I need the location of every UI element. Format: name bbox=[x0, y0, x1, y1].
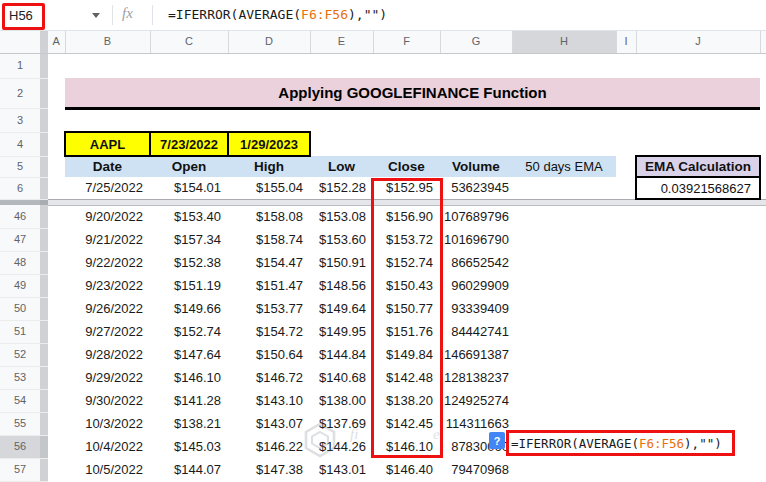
cell[interactable] bbox=[512, 108, 616, 132]
header-high[interactable]: High bbox=[228, 156, 310, 177]
cell-formula-editor[interactable]: =IFERROR(AVERAGE(F6:F56),"") bbox=[506, 430, 735, 456]
cell-date[interactable]: 10/5/2022 bbox=[65, 458, 150, 481]
cell-low[interactable]: $153.60 bbox=[310, 228, 373, 251]
cell[interactable] bbox=[512, 389, 616, 412]
cell-date[interactable]: 10/3/2022 bbox=[65, 412, 150, 435]
cell-high[interactable]: $154.47 bbox=[228, 251, 310, 274]
cell[interactable] bbox=[616, 274, 636, 297]
cell[interactable] bbox=[440, 132, 512, 156]
cell-low[interactable]: $150.91 bbox=[310, 251, 373, 274]
row-number[interactable]: 2 bbox=[0, 78, 48, 108]
cell-high[interactable]: $153.77 bbox=[228, 297, 310, 320]
column-header-c[interactable]: C bbox=[150, 31, 228, 53]
cell-volume[interactable]: 93339409 bbox=[440, 297, 512, 320]
page-title[interactable]: Applying GOOGLEFINANCE Function bbox=[65, 78, 760, 108]
cell[interactable] bbox=[150, 53, 228, 78]
cell[interactable] bbox=[512, 177, 616, 199]
cell-low[interactable]: $149.95 bbox=[310, 320, 373, 343]
cell[interactable] bbox=[512, 205, 616, 228]
cell[interactable] bbox=[310, 53, 373, 78]
cell-high[interactable]: $151.47 bbox=[228, 274, 310, 297]
cell-date[interactable]: 9/22/2022 bbox=[65, 251, 150, 274]
cell-date[interactable]: 9/27/2022 bbox=[65, 320, 150, 343]
cell-close[interactable]: $142.45 bbox=[373, 412, 440, 435]
cell-low[interactable]: $144.26 bbox=[310, 435, 373, 458]
cell[interactable] bbox=[48, 366, 65, 389]
cell-close[interactable]: $146.10 bbox=[373, 435, 440, 458]
cell[interactable] bbox=[512, 228, 616, 251]
row-number[interactable]: 1 bbox=[0, 53, 48, 78]
cell-volume[interactable]: 79470968 bbox=[440, 458, 512, 481]
cell[interactable] bbox=[616, 320, 636, 343]
cell-close[interactable]: $150.43 bbox=[373, 274, 440, 297]
cell[interactable] bbox=[373, 132, 440, 156]
header-date[interactable]: Date bbox=[65, 156, 150, 177]
cell[interactable] bbox=[636, 108, 760, 132]
cell[interactable] bbox=[440, 53, 512, 78]
cell-volume[interactable]: 53623945 bbox=[440, 177, 512, 199]
cell[interactable] bbox=[616, 366, 636, 389]
cell[interactable] bbox=[48, 274, 65, 297]
cell[interactable] bbox=[512, 320, 616, 343]
cell[interactable] bbox=[616, 228, 636, 251]
row-number[interactable]: 51 bbox=[0, 320, 48, 343]
header-close[interactable]: Close bbox=[373, 156, 440, 177]
row-number[interactable]: 57 bbox=[0, 458, 48, 481]
column-header-a[interactable]: A bbox=[48, 31, 65, 53]
formula-input[interactable]: =IFERROR(AVERAGE(F6:F56),"") bbox=[168, 7, 387, 22]
ticker-symbol-cell[interactable]: AAPL bbox=[65, 132, 150, 156]
row-number[interactable]: 4 bbox=[0, 132, 48, 156]
cell[interactable] bbox=[310, 132, 373, 156]
row-number[interactable]: 54 bbox=[0, 389, 48, 412]
header-low[interactable]: Low bbox=[310, 156, 373, 177]
cell[interactable] bbox=[616, 156, 636, 177]
cell[interactable] bbox=[636, 205, 760, 228]
row-number[interactable]: 48 bbox=[0, 251, 48, 274]
cell[interactable] bbox=[228, 108, 310, 132]
cell-open[interactable]: $152.38 bbox=[150, 251, 228, 274]
cell[interactable] bbox=[636, 132, 760, 156]
cell[interactable] bbox=[616, 108, 636, 132]
cell-high[interactable]: $146.72 bbox=[228, 366, 310, 389]
header-volume[interactable]: Volume bbox=[440, 156, 512, 177]
row-number[interactable]: 50 bbox=[0, 297, 48, 320]
row-number[interactable]: 5 bbox=[0, 156, 48, 177]
cell[interactable] bbox=[48, 251, 65, 274]
cell[interactable] bbox=[48, 320, 65, 343]
cell-close[interactable]: $152.95 bbox=[373, 177, 440, 199]
cell-high[interactable]: $154.72 bbox=[228, 320, 310, 343]
cell-open[interactable]: $152.74 bbox=[150, 320, 228, 343]
cell-high[interactable]: $143.07 bbox=[228, 412, 310, 435]
formula-help-icon[interactable]: ? bbox=[489, 432, 505, 449]
cell-low[interactable]: $148.56 bbox=[310, 274, 373, 297]
cell[interactable] bbox=[512, 458, 616, 481]
cell-close[interactable]: $146.40 bbox=[373, 458, 440, 481]
end-date-cell[interactable]: 1/29/2023 bbox=[228, 132, 310, 156]
cell[interactable] bbox=[616, 458, 636, 481]
cell-open[interactable]: $138.21 bbox=[150, 412, 228, 435]
cell[interactable] bbox=[512, 274, 616, 297]
column-header-g[interactable]: G bbox=[440, 31, 512, 53]
cell-high[interactable]: $155.04 bbox=[228, 177, 310, 199]
cell[interactable] bbox=[48, 78, 65, 108]
column-header-d[interactable]: D bbox=[228, 31, 310, 53]
column-header-e[interactable]: E bbox=[310, 31, 373, 53]
row-number[interactable]: 52 bbox=[0, 343, 48, 366]
cell[interactable] bbox=[48, 108, 65, 132]
cell[interactable] bbox=[48, 53, 65, 78]
cell[interactable] bbox=[616, 177, 636, 199]
cell[interactable] bbox=[48, 177, 65, 199]
cell-date[interactable]: 7/25/2022 bbox=[65, 177, 150, 199]
cell[interactable] bbox=[616, 343, 636, 366]
cell-volume[interactable]: 86652542 bbox=[440, 251, 512, 274]
ema-calculation-value[interactable]: 0.03921568627 bbox=[636, 177, 760, 199]
cell-close[interactable]: $152.74 bbox=[373, 251, 440, 274]
cell[interactable] bbox=[636, 53, 760, 78]
cell-volume[interactable]: 84442741 bbox=[440, 320, 512, 343]
cell-low[interactable]: $140.68 bbox=[310, 366, 373, 389]
cell[interactable] bbox=[48, 205, 65, 228]
cell[interactable] bbox=[373, 53, 440, 78]
column-header-i[interactable]: I bbox=[616, 31, 636, 53]
cell[interactable] bbox=[65, 53, 150, 78]
cell[interactable] bbox=[636, 366, 760, 389]
